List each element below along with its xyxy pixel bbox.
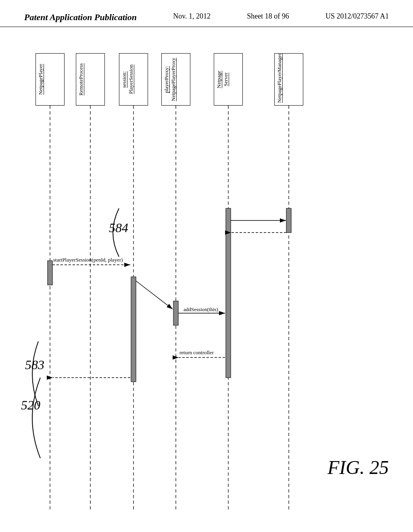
msg-add-session: addSession(this) [184,306,218,313]
entity-remote-process: RemoteProcess [76,53,105,106]
publication-title: Patent Application Publication [24,12,137,23]
entity-player-session: session:PlayerSession [119,53,148,106]
sheet-label: Sheet 18 of 96 [247,12,289,21]
entity-netpage-server: NetpageServer [214,53,243,106]
date-label: Nov. 1, 2012 [173,12,211,21]
entity-player-proxy: playerProxy:NetpagePlayerProxy [161,53,190,106]
diagram-area: NetpagePlayer RemoteProcess session:Play… [0,27,413,527]
msg-start-player-session: startPlayerSession(penId, player) [53,257,123,263]
patent-number: US 2012/0273567 A1 [325,12,389,21]
svg-line-14 [136,281,173,309]
svg-rect-8 [48,261,52,285]
svg-rect-10 [173,301,178,325]
page-header: Patent Application Publication Nov. 1, 2… [0,0,413,27]
svg-rect-12 [286,208,291,233]
msg-return-controller: return controller [179,349,214,356]
bracket-520 [20,378,48,458]
entity-manager: NetpagePlayerManager [274,53,303,106]
bracket-584 [103,208,127,257]
figure-label: FIG. 25 [327,456,389,478]
svg-rect-9 [131,277,136,382]
entity-netpage-player: NetpagePlayer [35,53,65,106]
svg-rect-11 [226,208,231,378]
